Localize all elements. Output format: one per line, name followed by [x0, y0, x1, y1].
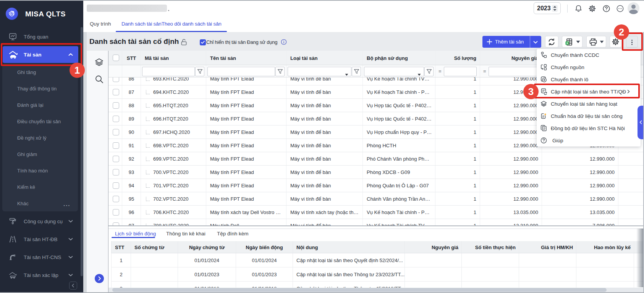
svg-text:X: X — [566, 42, 568, 45]
